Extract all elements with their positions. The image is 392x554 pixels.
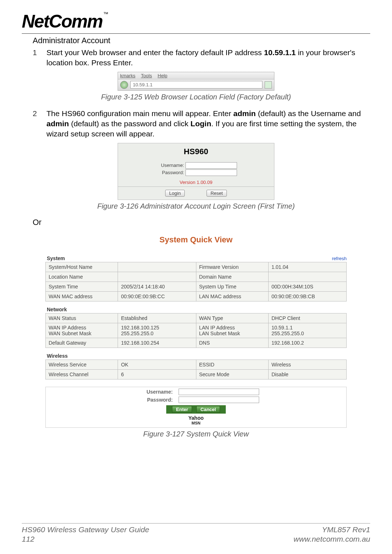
browser-screenshot: kmarks Tools Help 10.59.1.1 [118,72,274,91]
brand-logo: NetComm™ [22,11,107,32]
table-key: WAN Type [196,313,268,323]
browser-toolbar: 10.59.1.1 [118,79,274,90]
login-version: Version 1.00.09 [118,177,274,186]
cancel-button: Cancel [196,406,220,413]
login-password-input [185,169,237,176]
menu-help: Help [158,73,167,78]
sqv-auth-password-input [179,397,259,403]
sqv-system-label: System [47,255,65,261]
step-2-part3: (default) as the password and click [69,119,191,128]
back-button-icon [120,81,128,89]
table-row: System Time2005/2/14 14:18:40System Up T… [46,282,347,291]
table-value: 2005/2/14 14:18:40 [118,282,196,291]
step-1-text: Start your Web browser and enter the fac… [46,48,370,68]
table-value: 10.59.1.1255.255.255.0 [268,323,346,338]
table-row: Wireless ServiceOKESSIDWireless [46,360,347,369]
section-title: Administrator Account [33,36,370,45]
table-row: Location NameDomain Name [46,272,347,282]
footer-left: HS960 Wireless Gateway User Guide 112 [22,525,149,544]
login-username-input [185,162,237,169]
table-value: OK [118,360,196,369]
browser-menu-bar: kmarks Tools Help [118,72,274,79]
table-key: Wireless Channel [46,369,118,379]
table-value: 6 [118,369,196,379]
table-key: Domain Name [196,272,268,282]
table-value [118,262,196,272]
table-row: Default Gateway192.168.100.254DNS192.168… [46,338,347,348]
table-row: Wireless Channel6Secure ModeDisable [46,369,347,379]
step-2-number: 2 [33,108,46,139]
menu-tools: Tools [141,73,152,78]
login-buttons: Login Reset [118,186,274,200]
sqv-auth-username-input [179,389,259,395]
table-key: Location Name [46,272,118,282]
sqv-network-table: WAN StatusEstablishedWAN TypeDHCP Client… [45,313,347,348]
table-value: DHCP Client [268,313,346,323]
sqv-system-table: System/Host NameFirmware Version1.01.04L… [45,262,347,301]
logo-text: NetComm [22,11,102,32]
go-button-icon [265,81,272,89]
login-password-row: Password: [118,169,274,176]
step-2-text: The HS960 configuration main menu will a… [46,108,370,139]
table-row: WAN IP AddressWAN Subnet Mask192.168.100… [46,323,347,338]
table-value [118,272,196,282]
footer-right: YML857 Rev1 www.netcomm.com.au [294,525,370,544]
table-key: Firmware Version [196,262,268,272]
table-row: System/Host NameFirmware Version1.01.04 [46,262,347,272]
sqv-auth-username-row: Username: [46,389,346,395]
table-key: WAN MAC address [46,291,118,301]
system-quick-view-screenshot: System Quick View System refresh System/… [45,231,347,428]
sqv-auth-password-label: Password: [133,397,173,403]
login-username-label: Username: [155,163,184,168]
footer-page-number: 112 [22,534,149,544]
table-value: 00:90:0E:00:9B:CC [118,291,196,301]
sqv-auth-username-label: Username: [133,389,173,395]
table-key: LAN MAC address [196,291,268,301]
sqv-wireless-label: Wireless [47,353,68,359]
step-2-admin1: admin [233,109,256,118]
table-row: WAN StatusEstablishedWAN TypeDHCP Client [46,313,347,323]
enter-button: Enter [172,406,192,413]
table-value: 192.168.100.254 [118,338,196,348]
login-title: HS960 [118,143,274,161]
table-value: 192.168.100.2 [268,338,346,348]
reset-button: Reset [207,190,227,197]
footer-revision: YML857 Rev1 [294,525,370,534]
page-footer: HS960 Wireless Gateway User Guide 112 YM… [22,523,370,544]
login-screenshot: HS960 Username: Password: Version 1.00.0… [118,143,274,200]
step-2: 2 The HS960 configuration main menu will… [33,108,370,139]
sqv-wireless-group-header: Wireless [45,348,347,360]
figure-125-caption: Figure 3-125 Web Browser Location Field … [22,93,370,101]
table-value: 1.01.04 [268,262,346,272]
footer-guide-title: HS960 Wireless Gateway User Guide [22,525,149,534]
step-1-prefix: Start your Web browser and enter the fac… [46,48,264,57]
address-bar: 10.59.1.1 [130,81,262,89]
table-key: WAN Status [46,313,118,323]
refresh-link: refresh [332,256,347,261]
table-key: ESSID [196,360,268,369]
sqv-title: System Quick View [45,231,347,250]
table-value: 192.168.100.125255.255.255.0 [118,323,196,338]
table-value: Disable [268,369,346,379]
sqv-network-group-header: Network [45,301,347,313]
sqv-auth-buttons: Enter Cancel [166,405,226,414]
step-1-ip: 10.59.1.1 [264,48,296,57]
step-2-part1: The HS960 configuration main menu will a… [46,109,233,118]
table-value [268,272,346,282]
sqv-auth-panel: Username: Password: Enter Cancel Yahoo M… [45,387,347,428]
sqv-system-group-header: System refresh [45,250,347,262]
table-row: WAN MAC address00:90:0E:00:9B:CCLAN MAC … [46,291,347,301]
table-key: LAN IP AddressLAN Subnet Mask [196,323,268,338]
login-username-row: Username: [118,162,274,169]
step-1: 1 Start your Web browser and enter the f… [33,48,370,68]
table-value: 00D:00H:34M:10S [268,282,346,291]
table-value: Wireless [268,360,346,369]
table-key: System Time [46,282,118,291]
footer-url: www.netcomm.com.au [294,534,370,544]
table-value: Established [118,313,196,323]
sqv-wireless-table: Wireless ServiceOKESSIDWirelessWireless … [45,360,347,379]
step-2-part2: (default) as the Username and [256,109,361,118]
figure-127-caption: Figure 3-127 System Quick View [22,430,370,438]
trademark-symbol: ™ [103,11,107,17]
sqv-network-label: Network [47,307,67,312]
